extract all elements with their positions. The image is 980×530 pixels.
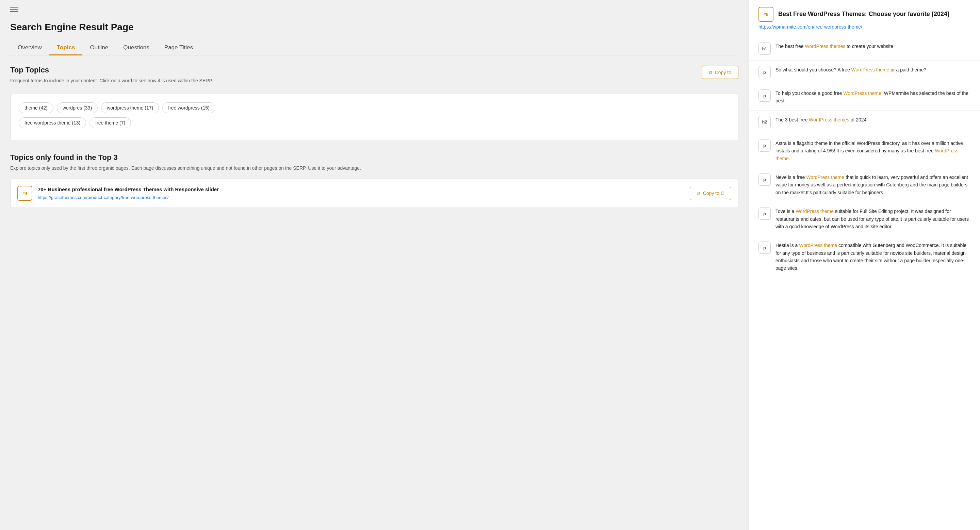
- serp-card-left: #4 70+ Business professional free WordPr…: [18, 186, 219, 201]
- copy-card-label: Copy to C: [703, 190, 724, 196]
- tag-p2: p: [759, 89, 771, 102]
- highlight-wordpress-themes-1: WordPress themes: [805, 44, 845, 49]
- content-text-h2: The 3 best free WordPress themes of 2024: [775, 116, 970, 124]
- copy-icon: ⧉: [709, 70, 712, 75]
- tag-free-wordpress-theme[interactable]: free wordpress theme (13): [19, 117, 86, 128]
- content-row-h1: h1 The best free WordPress themes to cre…: [749, 37, 980, 60]
- content-text-p5: Tove is a WordPress theme suitable for F…: [775, 208, 970, 230]
- content-row-h2: h2 The 3 best free WordPress themes of 2…: [749, 111, 980, 134]
- copy-icon-2: ⧉: [697, 190, 700, 196]
- copy-card-button[interactable]: ⧉ Copy to C: [690, 187, 731, 200]
- tag-free-wordpress[interactable]: free wordpress (15): [162, 102, 215, 113]
- topics-box: theme (42) wordpres (33) wordpress theme…: [10, 94, 738, 141]
- serp-card-url[interactable]: https://gracethemes.com/product-category…: [38, 195, 169, 200]
- copy-topics-button[interactable]: ⧉ Copy to: [702, 66, 738, 79]
- highlight-wordpress-theme-6: WordPress theme: [799, 243, 837, 248]
- tab-questions[interactable]: Questions: [116, 41, 157, 56]
- tag-theme[interactable]: theme (42): [19, 102, 53, 113]
- top-topics-title: Top Topics: [10, 66, 213, 75]
- content-row-p1: p So what should you choose? A free Word…: [749, 60, 980, 84]
- tags-row-1: theme (42) wordpres (33) wordpress theme…: [19, 102, 730, 113]
- tag-p5: p: [759, 208, 771, 220]
- tag-wordpress-theme[interactable]: wordpress theme (17): [101, 102, 159, 113]
- content-row-p4: p Neve is a free WordPress theme that is…: [749, 168, 980, 202]
- content-text-p3: Astra is a flagship theme in the officia…: [775, 140, 970, 162]
- tag-h2: h2: [759, 116, 771, 128]
- tag-wordpres[interactable]: wordpres (33): [57, 102, 98, 113]
- hamburger-menu[interactable]: [10, 7, 18, 11]
- serp-card-4: #4 70+ Business professional free WordPr…: [10, 179, 738, 208]
- tag-h1: h1: [759, 43, 771, 55]
- content-text-p2: To help you choose a good free WordPress…: [775, 89, 970, 105]
- serp-entry-header: #5 Best Free WordPress Themes: Choose yo…: [759, 7, 970, 22]
- content-row-p6: p Hestia is a WordPress theme compatible…: [749, 236, 980, 278]
- tag-p1: p: [759, 66, 771, 78]
- highlight-wordpress-theme-2: WordPress theme: [843, 90, 881, 96]
- tag-p4: p: [759, 173, 771, 186]
- content-row-p2: p To help you choose a good free WordPre…: [749, 84, 980, 111]
- highlight-wordpress-theme-3: WordPress theme: [775, 148, 958, 161]
- serp-card-title: 70+ Business professional free WordPress…: [38, 186, 219, 193]
- tags-row-2: free wordpress theme (13) free theme (7): [19, 117, 730, 128]
- content-text-h1: The best free WordPress themes to create…: [775, 43, 970, 50]
- tag-p6: p: [759, 241, 771, 254]
- serp-entry-title: Best Free WordPress Themes: Choose your …: [778, 10, 950, 18]
- tab-page-title[interactable]: Page Titles: [157, 41, 200, 56]
- highlight-wordpress-theme-5: WordPress theme: [795, 208, 834, 214]
- copy-topics-label: Copy to: [715, 70, 731, 75]
- tag-free-theme[interactable]: free theme (7): [89, 117, 131, 128]
- content-row-p5: p Tove is a WordPress theme suitable for…: [749, 202, 980, 236]
- highlight-wordpress-themes-2: WordPress themes: [809, 117, 850, 122]
- top3-title: Topics only found in the Top 3: [10, 153, 738, 162]
- highlight-wordpress-theme-1: WordPress theme: [851, 67, 889, 73]
- tabs-bar: Overview Topics Outline Questions Page T…: [10, 41, 738, 56]
- rank-badge-4: #4: [18, 186, 32, 201]
- page-heading: Search Engine Result Page: [10, 22, 738, 33]
- tag-p3: p: [759, 140, 771, 152]
- serp-entry-5: #5 Best Free WordPress Themes: Choose yo…: [749, 0, 980, 37]
- tab-overview[interactable]: Overview: [10, 41, 49, 56]
- right-panel: #5 Best Free WordPress Themes: Choose yo…: [749, 0, 980, 530]
- content-text-p6: Hestia is a WordPress theme compatible w…: [775, 241, 970, 272]
- top3-desc: Explore topics only used by the first th…: [10, 165, 738, 172]
- content-text-p1: So what should you choose? A free WordPr…: [775, 66, 970, 73]
- left-panel: Search Engine Result Page Overview Topic…: [0, 0, 749, 530]
- highlight-wordpress-theme-4: WordPress theme: [806, 175, 844, 180]
- content-text-p4: Neve is a free WordPress theme that is q…: [775, 173, 970, 196]
- tab-topics[interactable]: Topics: [49, 41, 83, 56]
- serp-entry-url[interactable]: https://wpmarmite.com/en/free-wordpress-…: [759, 24, 862, 30]
- content-row-p3: p Astra is a flagship theme in the offic…: [749, 134, 980, 168]
- tab-outline[interactable]: Outline: [82, 41, 116, 56]
- top-topics-header: Top Topics Frequent terms to include in …: [10, 66, 738, 91]
- top-topics-desc: Frequent terms to include in your conten…: [10, 77, 213, 84]
- rank-badge-5: #5: [759, 7, 773, 22]
